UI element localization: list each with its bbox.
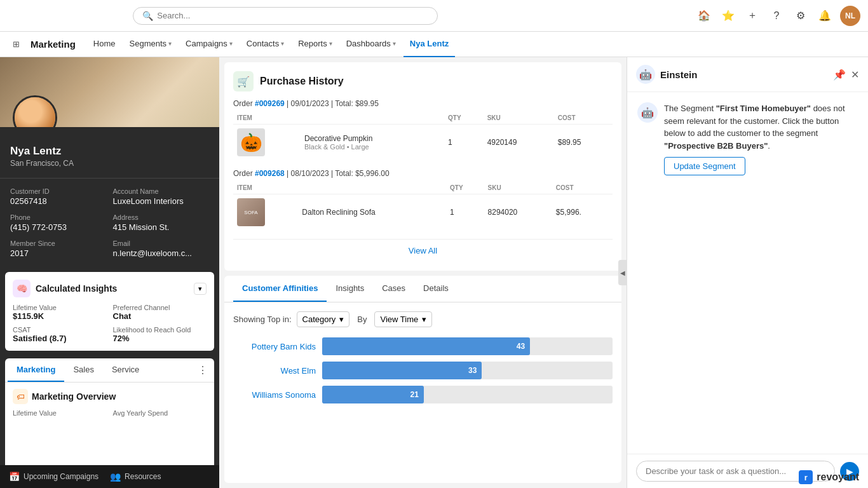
einstein-collapse-btn[interactable]: ◀ (618, 260, 627, 285)
nav-segments[interactable]: Segments ▾ (123, 32, 179, 57)
einstein-icon: 🤖 (636, 65, 655, 84)
order-link-009268[interactable]: #009268 (255, 169, 285, 178)
view-time-select[interactable]: View Time ▾ (374, 311, 432, 327)
tab-service[interactable]: Service (103, 358, 148, 382)
email-label: Email (113, 240, 210, 247)
preferred-channel-ci: Preferred Channel Chat (113, 304, 207, 321)
order-link-009269[interactable]: #009269 (255, 99, 285, 108)
reports-chevron: ▾ (329, 40, 332, 47)
west-elm-link[interactable]: West Elm (233, 366, 316, 376)
bottom-tabs: Marketing Sales Service ⋮ (5, 358, 214, 383)
williams-bar-value: 21 (410, 390, 419, 399)
pottery-barn-link[interactable]: Pottery Barn Kids (233, 342, 316, 351)
tab-more[interactable]: ⋮ (194, 359, 212, 381)
showing-row: Showing Top in: Category ▾ By View Time … (233, 311, 613, 327)
einstein-title: Einstein (660, 69, 833, 80)
table-row: 🎃 Decorative Pumpkin Black & Gold • Larg… (233, 125, 613, 161)
nav-campaigns[interactable]: Campaigns ▾ (179, 32, 239, 57)
sofa-label: SOFA (244, 210, 257, 215)
tab-customer-affinities[interactable]: Customer Affinities (233, 276, 327, 302)
ci-grid: Lifetime Value $115.9K Preferred Channel… (13, 304, 207, 343)
cost-col-header: COST (554, 112, 613, 125)
profile-location: San Francisco, CA (10, 159, 209, 168)
cart-icon: 🛒 (233, 71, 254, 92)
nav-contacts[interactable]: Contacts ▾ (240, 32, 290, 57)
settings-icon[interactable]: ⚙ (792, 7, 810, 25)
email-value: n.lentz@luxeloom.c... (113, 248, 210, 258)
affinity-panel: Customer Affinities Insights Cases Detai… (224, 276, 621, 483)
search-input[interactable] (157, 11, 428, 20)
user-avatar[interactable]: NL (840, 6, 860, 26)
tab-marketing[interactable]: Marketing (8, 358, 64, 382)
category-chevron: ▾ (339, 315, 344, 324)
nav-home[interactable]: Home (87, 32, 122, 57)
address-value: 415 Mission St. (113, 222, 210, 232)
csat-value: Satisfied (8.7) (13, 334, 107, 343)
tab-sales[interactable]: Sales (64, 358, 103, 382)
customer-id-value: 02567418 (10, 196, 107, 206)
tab-cases[interactable]: Cases (373, 276, 414, 302)
address-field: Address 415 Mission St. (113, 214, 210, 232)
topbar-icons: 🏠 ⭐ ＋ ? ⚙ 🔔 NL (695, 6, 860, 26)
item-image-cell: 🎃 (233, 125, 301, 161)
csat-ci: CSAT Satisfied (8.7) (13, 326, 107, 343)
bar-row-pottery: Pottery Barn Kids 43 (233, 337, 613, 355)
ci-dropdown-btn[interactable]: ▾ (194, 283, 207, 295)
nav-nya-lentz[interactable]: Nya Lentz (403, 32, 455, 57)
affinity-tabs: Customer Affinities Insights Cases Detai… (224, 276, 621, 302)
contacts-chevron: ▾ (281, 40, 284, 47)
update-segment-button[interactable]: Update Segment (664, 157, 745, 175)
tab-insights[interactable]: Insights (327, 276, 373, 302)
ph-title: Purchase History (260, 76, 344, 87)
resources-link[interactable]: 👥 Resources (110, 471, 161, 482)
qty-col-header-2: QTY (446, 182, 484, 194)
sofa-cost: $5,996. (552, 194, 613, 231)
lifetime-value-value: $115.9K (13, 311, 107, 321)
close-icon[interactable]: ✕ (851, 69, 859, 81)
overview-title: Marketing Overview (32, 391, 116, 402)
ci-header: 🧠 Calculated Insights ▾ (13, 280, 207, 297)
csat-label: CSAT (13, 326, 107, 334)
west-elm-bar-value: 33 (468, 366, 477, 375)
revoyant-logo: r (799, 470, 813, 484)
view-all-button[interactable]: View All (233, 239, 613, 262)
calendar-icon: 📅 (9, 471, 20, 482)
west-elm-bar-fill: 33 (322, 362, 482, 379)
item-name-cell: Decorative Pumpkin Black & Gold • Large (301, 125, 444, 161)
affinity-body: Showing Top in: Category ▾ By View Time … (224, 302, 621, 419)
upcoming-campaigns-link[interactable]: 📅 Upcoming Campaigns (9, 471, 98, 482)
preferred-channel-label: Preferred Channel (113, 304, 207, 311)
showing-label: Showing Top in: (233, 315, 292, 324)
order-009268: Order #009268 | 08/10/2023 | Total: $5,9… (233, 169, 613, 230)
sofa-image: SOFA (237, 198, 265, 226)
einstein-msg-content: The Segment "First Time Homebuyer" does … (664, 102, 858, 175)
category-select[interactable]: Category ▾ (297, 311, 350, 327)
notifications-icon[interactable]: 🔔 (816, 7, 834, 25)
einstein-body: 🤖 The Segment "First Time Homebuyer" doe… (627, 92, 868, 454)
overview-icon: 🏷 (13, 389, 28, 404)
search-bar[interactable]: 🔍 (133, 7, 438, 25)
nav-reports[interactable]: Reports ▾ (292, 32, 339, 57)
einstein-message: 🤖 The Segment "First Time Homebuyer" doe… (637, 102, 858, 175)
help-icon[interactable]: ? (768, 7, 785, 25)
phone-field: Phone (415) 772-0753 (10, 214, 107, 232)
favorites-icon[interactable]: ⭐ (719, 7, 737, 25)
add-icon[interactable]: ＋ (743, 7, 761, 25)
ci-title: Calculated Insights (36, 283, 117, 294)
tab-details[interactable]: Details (414, 276, 458, 302)
sofa-image-cell: SOFA (233, 194, 298, 231)
revoyant-text: revoyant (817, 471, 859, 483)
home-icon[interactable]: 🏠 (695, 7, 713, 25)
nav-dashboards[interactable]: Dashboards ▾ (340, 32, 402, 57)
item-col-header: ITEM (233, 112, 444, 125)
williams-sonoma-link[interactable]: Williams Sonoma (233, 390, 316, 400)
grid-icon[interactable]: ⊞ (6, 35, 25, 54)
item-qty: 1 (444, 125, 484, 161)
bar-row-west-elm: West Elm 33 (233, 362, 613, 379)
main-layout: Nya Lentz San Francisco, CA Customer ID … (0, 57, 868, 488)
pin-icon[interactable]: 📌 (833, 69, 846, 81)
einstein-msg-icon: 🤖 (637, 102, 658, 123)
overview-grid: Lifetime Value Avg Yearly Spend (13, 409, 207, 417)
ph-header: 🛒 Purchase History (233, 71, 613, 92)
email-field: Email n.lentz@luxeloom.c... (113, 240, 210, 258)
